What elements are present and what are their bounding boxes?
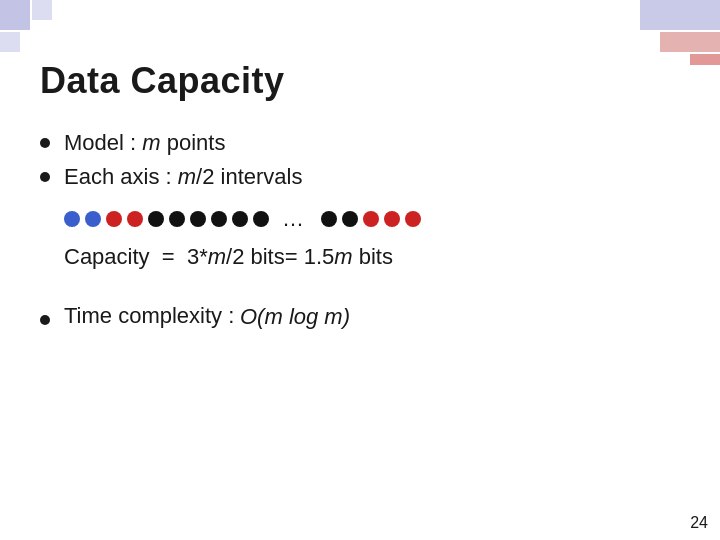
dot xyxy=(232,211,248,227)
dot xyxy=(190,211,206,227)
dot xyxy=(148,211,164,227)
svg-rect-2 xyxy=(0,32,20,52)
time-complexity-text: Time complexity : xyxy=(64,303,240,329)
bullet-text-1: Model : m points xyxy=(64,130,225,156)
bullet-dot-3 xyxy=(40,315,50,325)
dot xyxy=(85,211,101,227)
svg-rect-0 xyxy=(0,0,30,30)
bullet-list: Model : m points Each axis : m/2 interva… xyxy=(40,130,680,190)
svg-rect-4 xyxy=(660,32,720,52)
bullet-dot-1 xyxy=(40,138,50,148)
dot xyxy=(106,211,122,227)
main-content: Data Capacity Model : m points Each axis… xyxy=(40,60,680,500)
bullet-text-2: Each axis : m/2 intervals xyxy=(64,164,302,190)
svg-rect-5 xyxy=(690,54,720,65)
page-title: Data Capacity xyxy=(40,60,680,102)
svg-rect-1 xyxy=(32,0,52,20)
list-item: Each axis : m/2 intervals xyxy=(40,164,680,190)
time-complexity-item: Time complexity : O(m log m) xyxy=(40,298,680,334)
dot xyxy=(321,211,337,227)
dot xyxy=(211,211,227,227)
dot xyxy=(384,211,400,227)
dot xyxy=(127,211,143,227)
dot xyxy=(363,211,379,227)
list-item: Model : m points xyxy=(40,130,680,156)
capacity-text: Capacity = 3*m/2 bits= 1.5m bits xyxy=(64,244,680,270)
svg-rect-3 xyxy=(640,0,720,30)
svg-text:O(m log m): O(m log m) xyxy=(240,304,350,329)
ellipsis: … xyxy=(282,206,308,232)
formula-svg: O(m log m) xyxy=(240,298,400,334)
dot xyxy=(405,211,421,227)
bullet-dot-2 xyxy=(40,172,50,182)
corner-decoration-tr xyxy=(580,0,720,65)
dot xyxy=(64,211,80,227)
dots-visualization: … xyxy=(64,206,680,232)
dot xyxy=(342,211,358,227)
dot xyxy=(253,211,269,227)
page-number: 24 xyxy=(690,514,708,532)
dot xyxy=(169,211,185,227)
